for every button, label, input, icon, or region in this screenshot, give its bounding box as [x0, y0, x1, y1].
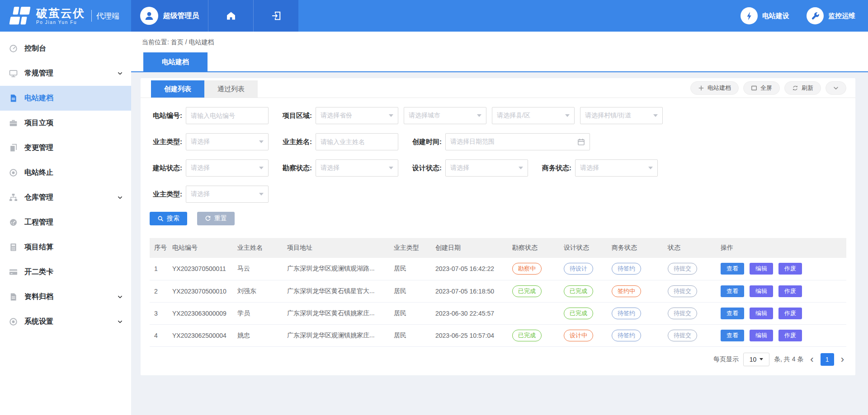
cell-owner-type: 居民 — [389, 302, 431, 324]
refresh-button[interactable]: 刷新 — [784, 81, 821, 95]
station-build-button[interactable]: 电站建设 — [741, 7, 789, 24]
sidebar-item-system-setting[interactable]: 系统设置 — [0, 309, 131, 334]
cell-survey-status: 已完成 — [508, 324, 559, 346]
monitor-icon — [9, 69, 18, 78]
cell-no: 2 — [150, 280, 168, 302]
edit-button[interactable]: 编辑 — [750, 263, 773, 275]
design-status-select[interactable]: 请选择 — [445, 159, 528, 177]
collapse-button[interactable] — [826, 81, 846, 95]
station-code-input[interactable] — [186, 107, 269, 124]
sidebar-item-engineering[interactable]: 工程管理 — [0, 210, 131, 235]
home-button[interactable] — [208, 0, 253, 32]
sidebar-item-label: 系统设置 — [24, 317, 53, 326]
void-button[interactable]: 作废 — [778, 308, 802, 319]
owner-name-input[interactable] — [316, 133, 398, 150]
per-page-select[interactable]: 10 — [743, 353, 769, 366]
filter-field-business-status: 商务状态:请选择 — [539, 159, 658, 177]
sidebar-item-console[interactable]: 控制台 — [0, 36, 131, 61]
void-button[interactable]: 作废 — [778, 330, 802, 341]
next-page-button[interactable]: › — [839, 354, 846, 364]
fullscreen-icon — [751, 85, 757, 91]
cell-design-status: 已完成 — [559, 280, 607, 302]
column-header: 状态 — [663, 238, 716, 258]
logout-button[interactable] — [253, 0, 298, 32]
view-button[interactable]: 查看 — [721, 263, 744, 275]
sidebar-item-archive[interactable]: 资料归档 — [0, 284, 131, 309]
breadcrumb-label: 当前位置: — [142, 38, 169, 46]
sidebar-item-general-mgmt[interactable]: 常规管理 — [0, 61, 131, 86]
status-badge: 已完成 — [512, 285, 542, 297]
view-button[interactable]: 查看 — [721, 330, 744, 341]
owner-type2-select[interactable]: 请选择 — [186, 186, 269, 203]
cell-owner-type: 居民 — [389, 258, 431, 280]
search-icon — [157, 215, 164, 222]
brand-subtitle: Po Jian Yun Fu — [36, 20, 85, 25]
topbar: 破茧云伏 Po Jian Yun Fu 代理端 超级管理员 电站建设 监控运维 — [0, 0, 868, 32]
build-status-select[interactable]: 请选择 — [186, 159, 269, 177]
column-header: 创建日期 — [431, 238, 508, 258]
monitor-ops-button[interactable]: 监控运维 — [807, 7, 855, 24]
edit-button[interactable]: 编辑 — [750, 330, 773, 341]
cell-business-status: 待签约 — [607, 302, 663, 324]
cell-station-code: YX2023070500010 — [168, 280, 233, 302]
column-header: 设计状态 — [559, 238, 607, 258]
city-select[interactable]: 请选择城市 — [404, 107, 486, 124]
cell-owner-name: 刘强东 — [233, 280, 283, 302]
cell-station-code: YX2023062500004 — [168, 324, 233, 346]
sidebar-item-type2-card[interactable]: 开二类卡 — [0, 260, 131, 284]
sidebar-item-label: 工程管理 — [24, 218, 53, 227]
filter-field-city: 请选择城市 — [404, 107, 486, 124]
owner-type-select[interactable]: 请选择 — [186, 133, 269, 150]
caret-down-icon — [389, 167, 393, 169]
search-button[interactable]: 搜索 — [150, 212, 187, 225]
village-select[interactable]: 请选择村镇/街道 — [580, 107, 663, 124]
station-table: 序号电站编号业主姓名项目地址业主类型创建日期勘察状态设计状态商务状态状态操作 1… — [150, 238, 846, 347]
tab-create-list[interactable]: 创建列表 — [151, 80, 204, 98]
view-button[interactable]: 查看 — [721, 308, 744, 319]
add-station-button[interactable]: 电站建档 — [690, 81, 739, 95]
reset-button[interactable]: 重置 — [197, 212, 235, 225]
survey-status-select[interactable]: 请选择 — [316, 159, 398, 177]
filter-field-station-code: 电站编号: — [150, 107, 269, 124]
create-time-input[interactable]: 请选择日期范围 — [445, 133, 590, 150]
filter-row: 建站状态:请选择勘察状态:请选择设计状态:请选择商务状态:请选择 — [150, 159, 855, 177]
business-status-select[interactable]: 请选择 — [575, 159, 658, 177]
calculator-icon — [9, 243, 18, 252]
status-badge: 待签约 — [612, 330, 641, 341]
total-label: 条, 共 4 条 — [774, 355, 803, 364]
sidebar-item-label: 资料归档 — [24, 292, 53, 302]
table-header-row: 序号电站编号业主姓名项目地址业主类型创建日期勘察状态设计状态商务状态状态操作 — [150, 238, 846, 258]
district-select[interactable]: 请选择县/区 — [492, 107, 575, 124]
page-tab-station-file[interactable]: 电站建档 — [143, 52, 208, 71]
void-button[interactable]: 作废 — [778, 263, 802, 275]
chevron-down-icon — [117, 70, 123, 76]
edit-button[interactable]: 编辑 — [750, 285, 773, 297]
status-badge: 已完成 — [564, 308, 593, 319]
view-button[interactable]: 查看 — [721, 285, 744, 297]
prev-page-button[interactable]: ‹ — [808, 354, 816, 364]
status-badge: 待提交 — [668, 308, 697, 319]
edit-button[interactable]: 编辑 — [750, 308, 773, 319]
sidebar-item-warehouse[interactable]: 仓库管理 — [0, 185, 131, 210]
sidebar-item-project-setup[interactable]: 项目立项 — [0, 111, 131, 135]
copy-icon — [9, 144, 18, 152]
cell-owner-name: 学员 — [233, 302, 283, 324]
sidebar-item-station-stop[interactable]: 电站终止 — [0, 160, 131, 185]
current-page[interactable]: 1 — [821, 353, 834, 366]
filter-label: 创建时间: — [409, 138, 445, 146]
sidebar-item-station-file[interactable]: 电站建档 — [0, 86, 131, 111]
status-badge: 设计中 — [564, 330, 593, 341]
sidebar-item-settlement[interactable]: 项目结算 — [0, 235, 131, 260]
avatar — [140, 7, 158, 25]
status-badge: 已完成 — [512, 330, 542, 341]
void-button[interactable]: 作废 — [778, 285, 802, 297]
fullscreen-button[interactable]: 全屏 — [743, 81, 780, 95]
province-select[interactable]: 请选择省份 — [316, 107, 398, 124]
monitor-ops-label: 监控运维 — [828, 12, 855, 20]
tab-pass-list[interactable]: 通过列表 — [204, 80, 258, 98]
sidebar-item-change-mgmt[interactable]: 变更管理 — [0, 135, 131, 160]
main-content: 当前位置: 首页 / 电站建档 电站建档 创建列表 通过列表 电站建档 全 — [131, 32, 868, 415]
brand-divider — [91, 10, 92, 22]
user-menu[interactable]: 超级管理员 — [131, 0, 208, 32]
filter-form: 电站编号:项目区域:请选择省份请选择城市请选择县/区请选择村镇/街道业主类型:请… — [141, 98, 855, 203]
